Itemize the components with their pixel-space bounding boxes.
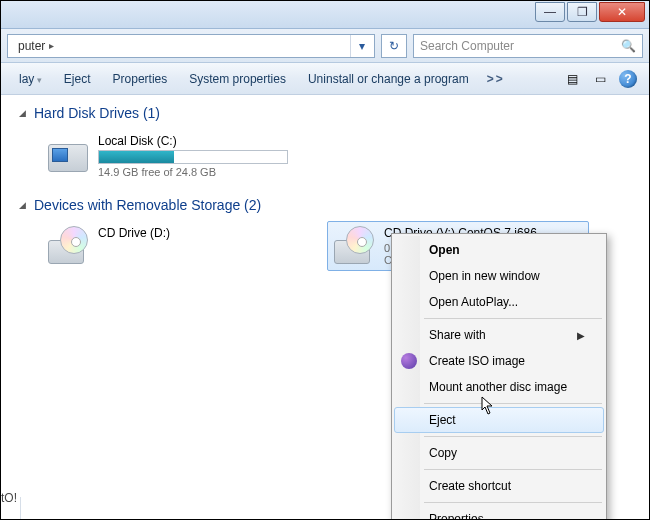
section-title: Hard Disk Drives (1) <box>34 105 160 121</box>
window-buttons: — ❐ ✕ <box>535 2 645 22</box>
hard-drive-icon <box>46 134 90 174</box>
search-placeholder: Search Computer <box>420 39 514 53</box>
menu-open-autoplay[interactable]: Open AutoPlay... <box>394 289 604 315</box>
views-button[interactable]: ▤ <box>563 70 581 88</box>
capacity-meter <box>98 150 288 164</box>
toolbar-right: ▤ ▭ ? <box>563 70 641 88</box>
drive-title: Local Disk (C:) <box>98 134 298 148</box>
menu-separator <box>424 502 602 503</box>
collapse-icon: ◢ <box>19 200 26 210</box>
drive-free-text: 14.9 GB free of 24.8 GB <box>98 166 298 178</box>
properties-button[interactable]: Properties <box>103 68 178 90</box>
section-header-removable[interactable]: ◢ Devices with Removable Storage (2) <box>19 197 637 213</box>
drive-cd-d[interactable]: CD Drive (D:) <box>41 221 303 271</box>
submenu-arrow-icon: ▶ <box>577 330 585 341</box>
menu-open-new-window[interactable]: Open in new window <box>394 263 604 289</box>
maximize-button[interactable]: ❐ <box>567 2 597 22</box>
drive-title: CD Drive (D:) <box>98 226 298 240</box>
drive-local-c[interactable]: Local Disk (C:) 14.9 GB free of 24.8 GB <box>41 129 303 183</box>
preview-pane-button[interactable]: ▭ <box>591 70 609 88</box>
menu-create-shortcut[interactable]: Create shortcut <box>394 473 604 499</box>
optical-drive-icon <box>332 226 376 266</box>
uninstall-button[interactable]: Uninstall or change a program <box>298 68 479 90</box>
menu-eject[interactable]: Eject <box>394 407 604 433</box>
menu-separator <box>424 403 602 404</box>
context-menu: Open Open in new window Open AutoPlay...… <box>391 233 607 520</box>
menu-copy[interactable]: Copy <box>394 440 604 466</box>
refresh-button[interactable]: ↻ <box>381 34 407 58</box>
search-icon: 🔍 <box>621 39 636 53</box>
mouse-cursor-icon <box>481 396 495 416</box>
menu-separator <box>424 318 602 319</box>
search-input[interactable]: Search Computer 🔍 <box>413 34 643 58</box>
window-titlebar: — ❐ ✕ <box>1 1 649 29</box>
menu-create-iso[interactable]: Create ISO image <box>394 348 604 374</box>
maximize-icon: ❐ <box>577 5 588 19</box>
menu-properties[interactable]: Properties <box>394 506 604 520</box>
refresh-icon: ↻ <box>389 39 399 53</box>
address-bar-row: puter ▸ ▾ ↻ Search Computer 🔍 <box>1 29 649 63</box>
close-icon: ✕ <box>617 5 627 19</box>
iso-tool-icon <box>401 353 417 369</box>
menu-open[interactable]: Open <box>394 237 604 263</box>
cropped-text-fragment: tO! <box>1 491 21 505</box>
system-properties-button[interactable]: System properties <box>179 68 296 90</box>
optical-drive-icon <box>46 226 90 266</box>
breadcrumb[interactable]: puter <box>14 39 49 53</box>
collapse-icon: ◢ <box>19 108 26 118</box>
toolbar-overflow-button[interactable]: >> <box>481 72 511 86</box>
eject-button[interactable]: Eject <box>54 68 101 90</box>
menu-mount-image[interactable]: Mount another disc image <box>394 374 604 400</box>
play-button[interactable]: lay <box>9 68 52 90</box>
menu-separator <box>424 436 602 437</box>
menu-share-with[interactable]: Share with ▶ <box>394 322 604 348</box>
chevron-right-icon[interactable]: ▸ <box>49 40 58 51</box>
menu-separator <box>424 469 602 470</box>
address-dropdown-button[interactable]: ▾ <box>350 35 372 57</box>
command-toolbar: lay Eject Properties System properties U… <box>1 63 649 95</box>
minimize-icon: — <box>544 5 556 19</box>
section-header-hdd[interactable]: ◢ Hard Disk Drives (1) <box>19 105 637 121</box>
close-button[interactable]: ✕ <box>599 2 645 22</box>
section-title: Devices with Removable Storage (2) <box>34 197 261 213</box>
section-hdd: ◢ Hard Disk Drives (1) Local Disk (C:) 1… <box>13 105 637 183</box>
minimize-button[interactable]: — <box>535 2 565 22</box>
help-button[interactable]: ? <box>619 70 637 88</box>
address-bar[interactable]: puter ▸ ▾ <box>7 34 375 58</box>
